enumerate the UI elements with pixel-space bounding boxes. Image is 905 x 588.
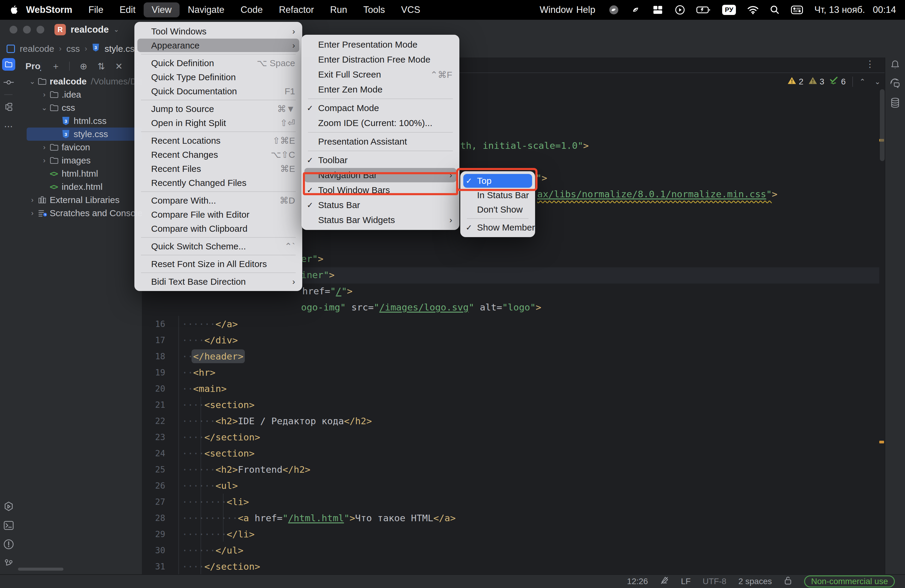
menubar-item-refactor[interactable]: Refactor: [271, 2, 322, 17]
add-icon[interactable]: ＋: [51, 60, 60, 72]
search-icon[interactable]: [770, 5, 780, 15]
commit-icon[interactable]: [3, 77, 14, 89]
menu-item-quick-definition[interactable]: Quick Definition⌥ Space: [134, 56, 302, 70]
menu-item-enter-zen-mode[interactable]: Enter Zen Mode: [302, 82, 459, 97]
notifications-bell-icon[interactable]: [890, 59, 900, 71]
chevron-right-icon[interactable]: ›: [39, 156, 50, 165]
project-panel-scrollbar[interactable]: [18, 567, 64, 571]
line-separator[interactable]: LF: [681, 577, 691, 586]
menu-item-show-members[interactable]: ✓Show Members: [460, 220, 535, 235]
zoom-window-button[interactable]: [37, 26, 44, 33]
stage-manager-icon[interactable]: [652, 5, 664, 15]
cursor-position[interactable]: 12:26: [627, 577, 648, 586]
menu-item-recent-changes[interactable]: Recent Changes⌥⇧C: [134, 148, 302, 162]
project-tool-button[interactable]: [2, 58, 15, 71]
chevron-right-icon[interactable]: ›: [27, 209, 38, 217]
menubar-item-help[interactable]: Help: [574, 2, 597, 17]
chevron-right-icon[interactable]: ›: [39, 91, 50, 99]
problems-icon[interactable]: [3, 539, 14, 551]
git-branch-icon[interactable]: [3, 558, 14, 570]
menu-item-jump-to-source[interactable]: Jump to Source⌘▼: [134, 102, 302, 116]
warning-stripe-mark[interactable]: [879, 441, 884, 443]
menu-item-exit-full-screen[interactable]: Exit Full Screen⌃⌘F: [302, 67, 459, 82]
previous-problem-icon[interactable]: ⌃: [859, 78, 865, 86]
menubar-item-tools[interactable]: Tools: [355, 2, 393, 17]
wifi-icon[interactable]: [747, 5, 759, 14]
menubar-item-file[interactable]: File: [80, 2, 111, 17]
inspection-widget[interactable]: 2 3 6 ⌃ ⌄: [788, 76, 880, 87]
minimize-window-button[interactable]: [23, 26, 31, 33]
file-encoding[interactable]: UTF-8: [703, 577, 726, 586]
menu-item-toolbar[interactable]: ✓Toolbar: [302, 153, 459, 168]
menubar-item-webstorm[interactable]: WebStorm: [18, 2, 80, 17]
chevron-down-icon[interactable]: ⌄: [27, 77, 38, 86]
tree-item-html-html[interactable]: <>html.html: [17, 167, 142, 180]
menu-item-quick-documentation[interactable]: Quick DocumentationF1: [134, 84, 302, 98]
menu-item-zoom-ide-current-100[interactable]: Zoom IDE (Current: 100%)...: [302, 116, 459, 130]
menubar-item-view[interactable]: View: [144, 2, 180, 17]
breadcrumb-realcode[interactable]: realcode: [20, 44, 54, 54]
swirl-icon[interactable]: [630, 5, 641, 15]
menu-item-appearance[interactable]: Appearance›: [134, 38, 302, 52]
chevron-right-icon[interactable]: ›: [39, 143, 50, 151]
breadcrumb-style-css[interactable]: style.css: [105, 44, 139, 54]
editor-scrollbar[interactable]: [880, 89, 884, 161]
menubar-item-code[interactable]: Code: [233, 2, 271, 17]
battery-icon[interactable]: [696, 5, 711, 15]
tree-item-index-html[interactable]: <>index.html: [17, 180, 142, 194]
menu-item-presentation-assistant[interactable]: Presentation Assistant: [302, 134, 459, 149]
database-icon[interactable]: [890, 97, 900, 110]
terminal-icon[interactable]: [3, 520, 14, 532]
play-circle-icon[interactable]: [675, 5, 685, 15]
structure-icon[interactable]: [4, 102, 13, 113]
menu-item-tool-windows[interactable]: Tool Windows›: [134, 24, 302, 38]
menu-item-enter-presentation-mode[interactable]: Enter Presentation Mode: [302, 37, 459, 52]
menubar-clock[interactable]: Чт, 13 нояб.00:14: [814, 5, 896, 15]
menu-item-compare-file-with-editor[interactable]: Compare File with Editor: [134, 208, 302, 222]
menu-item-enter-distraction-free-mode[interactable]: Enter Distraction Free Mode: [302, 52, 459, 67]
menu-item-compare-with[interactable]: Compare With...⌘D: [134, 194, 302, 208]
chevron-right-icon[interactable]: ›: [27, 196, 38, 204]
menu-item-open-in-right-split[interactable]: Open in Right Split⇧⏎: [134, 116, 302, 130]
tree-item-images[interactable]: ›images: [17, 154, 142, 167]
menu-item-recently-changed-files[interactable]: Recently Changed Files: [134, 176, 302, 190]
tree-item-favicon[interactable]: ›favicon: [17, 141, 142, 154]
menu-item-reset-font-size-in-all-editors[interactable]: Reset Font Size in All Editors: [134, 257, 302, 271]
collapse-all-icon[interactable]: ✕: [115, 61, 123, 72]
menu-item-compact-mode[interactable]: ✓Compact Mode: [302, 100, 459, 116]
tree-item-style-css[interactable]: 3style.css: [17, 127, 142, 141]
breadcrumb-css[interactable]: css: [67, 44, 80, 54]
ai-assistant-icon[interactable]: [890, 78, 900, 90]
menu-item-quick-switch-scheme[interactable]: Quick Switch Scheme...⌃`: [134, 239, 302, 253]
menu-item-quick-type-definition[interactable]: Quick Type Definition: [134, 70, 302, 84]
control-center-icon[interactable]: [791, 5, 803, 14]
menubar-item-window[interactable]: Window: [538, 2, 574, 17]
lock-icon[interactable]: [784, 576, 792, 587]
menu-item-recent-locations[interactable]: Recent Locations⇧⌘E: [134, 133, 302, 148]
menu-item-compare-with-clipboard[interactable]: Compare with Clipboard: [134, 222, 302, 236]
input-language-badge[interactable]: РУ: [722, 5, 736, 15]
menu-item-recent-files[interactable]: Recent Files⌘E: [134, 162, 302, 176]
tree-item-idea[interactable]: ›.idea: [17, 88, 142, 101]
project-widget[interactable]: R realcode ⌄: [54, 24, 119, 35]
menu-item-status-bar[interactable]: ✓Status Bar: [302, 198, 459, 213]
next-problem-icon[interactable]: ⌄: [875, 78, 880, 86]
apple-logo-icon[interactable]: [10, 5, 18, 15]
chevron-down-icon[interactable]: ⌄: [39, 103, 50, 112]
tree-item-realcode[interactable]: ⌄realcode/Volumes/Dis: [17, 75, 142, 88]
menu-item-status-bar-widgets[interactable]: Status Bar Widgets›: [302, 213, 459, 227]
expand-collapse-icon[interactable]: ⇅: [98, 61, 105, 72]
locate-file-icon[interactable]: ⊕: [80, 61, 87, 72]
menubar-item-run[interactable]: Run: [322, 2, 355, 17]
close-window-button[interactable]: [10, 26, 17, 33]
highlighting-level-icon[interactable]: [660, 576, 669, 587]
menubar-item-vcs[interactable]: VCS: [393, 2, 428, 17]
tree-item-external-libraries[interactable]: ›External Libraries: [17, 194, 142, 207]
tree-item-css[interactable]: ⌄css: [17, 101, 142, 114]
menubar-item-edit[interactable]: Edit: [111, 2, 143, 17]
menubar-item-navigate[interactable]: Navigate: [179, 2, 232, 17]
adobe-cc-icon[interactable]: [608, 5, 619, 15]
services-icon[interactable]: [3, 501, 14, 513]
menu-item-don-t-show[interactable]: Don't Show: [460, 202, 535, 217]
license-badge[interactable]: Non-commercial use: [804, 575, 895, 587]
